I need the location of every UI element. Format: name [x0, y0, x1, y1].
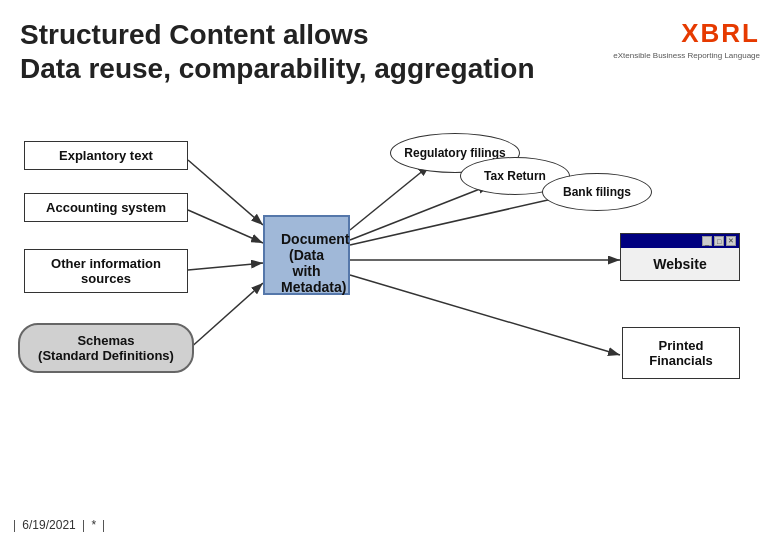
footer-divider1	[14, 520, 15, 532]
output-bankfilings: Bank filings	[542, 173, 652, 211]
svg-line-2	[188, 210, 263, 243]
website-label: Website	[621, 248, 739, 280]
schemas-box: Schemas(Standard Definitions)	[18, 323, 194, 373]
footer-divider3	[103, 520, 104, 532]
svg-line-3	[188, 263, 263, 270]
website-titlebar: _ □ ✕	[621, 234, 739, 248]
page-title: Structured Content allows Data reuse, co…	[20, 18, 535, 85]
svg-line-1	[188, 160, 263, 225]
footer-star: *	[91, 518, 96, 532]
svg-line-9	[350, 275, 620, 355]
win-minimize: _	[702, 236, 712, 246]
footer: 6/19/2021 *	[10, 518, 108, 532]
win-close: ✕	[726, 236, 736, 246]
document-box: Document (Data with Metadata)	[263, 215, 350, 295]
footer-date: 6/19/2021	[22, 518, 75, 532]
source-accounting: Accounting system	[24, 193, 188, 222]
svg-line-5	[350, 165, 430, 230]
header: Structured Content allows Data reuse, co…	[0, 0, 780, 95]
svg-line-4	[188, 283, 263, 350]
xbrl-subtitle: eXtensible Business Reporting Language	[613, 51, 760, 60]
xbrl-text: XBRL	[681, 18, 760, 49]
output-website: _ □ ✕ Website	[620, 233, 740, 281]
source-other: Other informationsources	[24, 249, 188, 293]
diagram: Explantory text Accounting system Other …	[0, 105, 780, 525]
source-explanatory: Explantory text	[24, 141, 188, 170]
svg-line-7	[350, 195, 570, 245]
xbrl-logo: XBRL eXtensible Business Reporting Langu…	[613, 18, 760, 60]
title-block: Structured Content allows Data reuse, co…	[20, 18, 535, 85]
svg-line-6	[350, 185, 490, 240]
output-printed: PrintedFinancials	[622, 327, 740, 379]
win-maximize: □	[714, 236, 724, 246]
footer-divider2	[83, 520, 84, 532]
